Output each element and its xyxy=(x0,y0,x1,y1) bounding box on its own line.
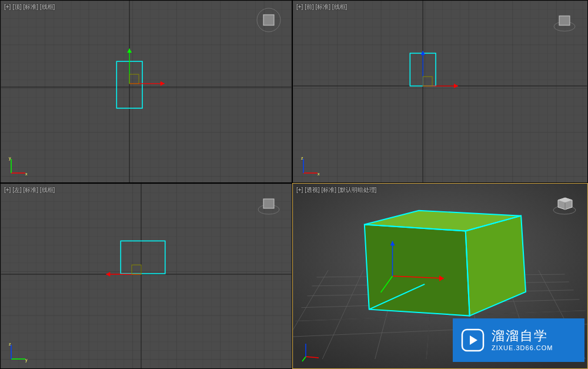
axis-gizmo-perspective xyxy=(300,341,321,363)
grid-front xyxy=(293,1,587,182)
svg-rect-28 xyxy=(559,16,570,25)
box-object[interactable] xyxy=(365,211,526,316)
svg-text:y: y xyxy=(9,156,11,161)
svg-rect-18 xyxy=(293,1,587,182)
svg-marker-63 xyxy=(365,225,470,316)
svg-text:x: x xyxy=(318,172,320,176)
viewport-container: [+] [顶] [标准] [线框] xyxy=(0,0,588,369)
svg-rect-34 xyxy=(1,184,292,368)
svg-line-80 xyxy=(302,357,306,361)
svg-text:x: x xyxy=(25,172,28,176)
viewcube-front[interactable] xyxy=(552,8,577,32)
viewport-top[interactable]: [+] [顶] [标准] [线框] xyxy=(0,0,292,183)
svg-marker-85 xyxy=(470,335,477,345)
svg-text:z: z xyxy=(301,156,303,160)
viewport-left[interactable]: [+] [左] [标准] [线框] y z xyxy=(0,183,292,369)
axis-gizmo-top: x y xyxy=(8,155,29,177)
svg-line-79 xyxy=(306,357,319,358)
watermark: 溜溜自学 ZIXUE.3D66.COM xyxy=(453,318,584,362)
viewport-front-label[interactable]: [+] [前] [标准] [线框] xyxy=(296,3,347,11)
viewport-left-label[interactable]: [+] [左] [标准] [线框] xyxy=(4,186,55,194)
svg-rect-12 xyxy=(263,15,274,25)
grid-left xyxy=(1,184,292,368)
play-icon xyxy=(460,327,486,353)
grid-top xyxy=(1,1,292,182)
svg-text:y: y xyxy=(25,358,28,363)
watermark-title: 溜溜自学 xyxy=(492,328,553,344)
viewcube-left[interactable] xyxy=(256,191,281,215)
watermark-url: ZIXUE.3D66.COM xyxy=(492,344,553,352)
svg-rect-2 xyxy=(1,1,292,182)
viewport-front[interactable]: [+] [前] [标准] [线框] x z xyxy=(292,0,588,183)
axis-gizmo-front: x z xyxy=(300,155,321,177)
svg-rect-42 xyxy=(263,199,274,208)
viewcube-perspective[interactable] xyxy=(552,191,577,215)
axis-gizmo-left: y z xyxy=(8,341,29,363)
svg-text:z: z xyxy=(9,342,11,346)
viewport-perspective-label[interactable]: [+] [透视] [标准] [默认明暗处理] xyxy=(296,186,376,194)
viewport-top-label[interactable]: [+] [顶] [标准] [线框] xyxy=(4,3,55,11)
viewcube-top[interactable] xyxy=(256,8,281,32)
